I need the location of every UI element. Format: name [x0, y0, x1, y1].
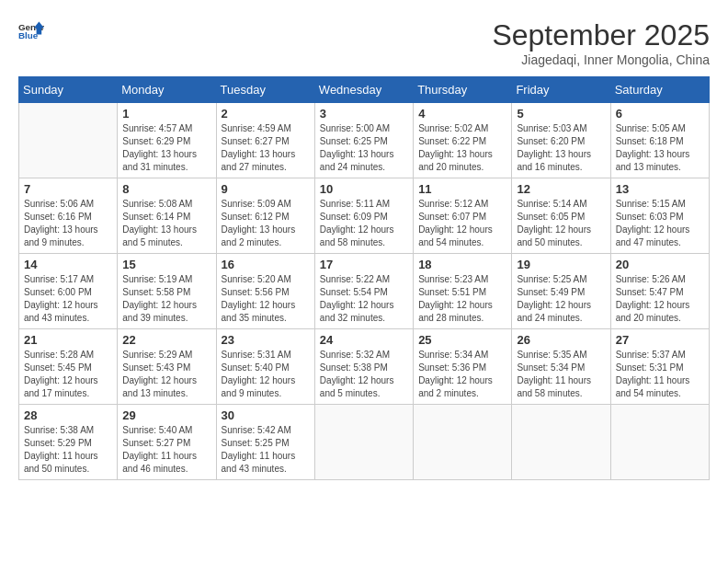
day-number: 4	[418, 107, 506, 121]
day-info: Sunrise: 5:25 AMSunset: 5:49 PMDaylight:…	[517, 273, 605, 325]
day-info: Sunrise: 5:35 AMSunset: 5:34 PMDaylight:…	[517, 349, 605, 400]
calendar-cell	[610, 405, 709, 480]
calendar-cell: 2Sunrise: 4:59 AMSunset: 6:27 PMDaylight…	[216, 103, 314, 178]
calendar-cell: 6Sunrise: 5:05 AMSunset: 6:18 PMDaylight…	[610, 103, 709, 178]
day-number: 8	[122, 182, 210, 196]
day-info: Sunrise: 5:32 AMSunset: 5:38 PMDaylight:…	[320, 349, 408, 400]
day-number: 15	[122, 258, 210, 271]
calendar-cell: 9Sunrise: 5:09 AMSunset: 6:12 PMDaylight…	[216, 178, 314, 254]
day-number: 16	[222, 258, 310, 271]
day-info: Sunrise: 5:05 AMSunset: 6:18 PMDaylight:…	[616, 122, 704, 174]
calendar-cell: 25Sunrise: 5:34 AMSunset: 5:36 PMDayligh…	[414, 329, 512, 405]
day-number: 24	[320, 333, 408, 347]
calendar-week-row: 28Sunrise: 5:38 AMSunset: 5:29 PMDayligh…	[19, 405, 710, 480]
day-number: 20	[616, 258, 704, 271]
day-info: Sunrise: 4:57 AMSunset: 6:29 PMDaylight:…	[122, 122, 210, 174]
day-info: Sunrise: 5:19 AMSunset: 5:58 PMDaylight:…	[122, 273, 210, 325]
day-number: 6	[616, 107, 704, 121]
header-sunday: Sunday	[19, 77, 118, 103]
day-info: Sunrise: 5:14 AMSunset: 6:05 PMDaylight:…	[517, 198, 605, 249]
header-wednesday: Wednesday	[314, 77, 413, 103]
calendar-week-row: 1Sunrise: 4:57 AMSunset: 6:29 PMDaylight…	[19, 103, 710, 178]
day-number: 19	[517, 258, 605, 271]
calendar-cell: 1Sunrise: 4:57 AMSunset: 6:29 PMDaylight…	[118, 103, 216, 178]
calendar-cell	[512, 405, 610, 480]
day-info: Sunrise: 5:00 AMSunset: 6:25 PMDaylight:…	[320, 122, 408, 174]
day-info: Sunrise: 5:29 AMSunset: 5:43 PMDaylight:…	[122, 349, 210, 400]
calendar-week-row: 21Sunrise: 5:28 AMSunset: 5:45 PMDayligh…	[19, 329, 710, 405]
calendar-cell: 28Sunrise: 5:38 AMSunset: 5:29 PMDayligh…	[19, 405, 118, 480]
header-friday: Friday	[512, 77, 610, 103]
day-number: 1	[122, 107, 210, 121]
day-info: Sunrise: 5:06 AMSunset: 6:16 PMDaylight:…	[24, 198, 112, 249]
calendar-cell: 26Sunrise: 5:35 AMSunset: 5:34 PMDayligh…	[512, 329, 610, 405]
day-info: Sunrise: 5:38 AMSunset: 5:29 PMDaylight:…	[24, 424, 112, 476]
header-tuesday: Tuesday	[216, 77, 314, 103]
calendar-table: Sunday Monday Tuesday Wednesday Thursday…	[18, 76, 710, 480]
day-number: 12	[517, 182, 605, 196]
day-info: Sunrise: 5:15 AMSunset: 6:03 PMDaylight:…	[616, 198, 704, 249]
calendar-cell: 5Sunrise: 5:03 AMSunset: 6:20 PMDaylight…	[512, 103, 610, 178]
day-number: 5	[517, 107, 605, 121]
calendar-cell: 15Sunrise: 5:19 AMSunset: 5:58 PMDayligh…	[118, 254, 216, 329]
header-saturday: Saturday	[610, 77, 709, 103]
day-number: 26	[517, 333, 605, 347]
day-info: Sunrise: 5:31 AMSunset: 5:40 PMDaylight:…	[222, 349, 310, 400]
calendar-cell: 22Sunrise: 5:29 AMSunset: 5:43 PMDayligh…	[118, 329, 216, 405]
calendar-week-row: 14Sunrise: 5:17 AMSunset: 6:00 PMDayligh…	[19, 254, 710, 329]
header-monday: Monday	[118, 77, 216, 103]
day-number: 13	[616, 182, 704, 196]
day-number: 30	[222, 408, 310, 422]
calendar-cell: 23Sunrise: 5:31 AMSunset: 5:40 PMDayligh…	[216, 329, 314, 405]
day-info: Sunrise: 5:12 AMSunset: 6:07 PMDaylight:…	[418, 198, 506, 249]
day-info: Sunrise: 5:03 AMSunset: 6:20 PMDaylight:…	[517, 122, 605, 174]
location-subtitle: Jiagedaqi, Inner Mongolia, China	[492, 52, 710, 67]
calendar-cell: 11Sunrise: 5:12 AMSunset: 6:07 PMDayligh…	[414, 178, 512, 254]
calendar-cell: 29Sunrise: 5:40 AMSunset: 5:27 PMDayligh…	[118, 405, 216, 480]
logo: General Blue General Blue	[18, 18, 44, 44]
calendar-cell: 7Sunrise: 5:06 AMSunset: 6:16 PMDaylight…	[19, 178, 118, 254]
day-number: 10	[320, 182, 408, 196]
day-info: Sunrise: 5:17 AMSunset: 6:00 PMDaylight:…	[24, 273, 112, 325]
day-info: Sunrise: 5:23 AMSunset: 5:51 PMDaylight:…	[418, 273, 506, 325]
day-number: 7	[24, 182, 112, 196]
day-number: 21	[24, 333, 112, 347]
calendar-cell: 4Sunrise: 5:02 AMSunset: 6:22 PMDaylight…	[414, 103, 512, 178]
calendar-cell	[19, 103, 118, 178]
day-number: 11	[418, 182, 506, 196]
calendar-cell: 10Sunrise: 5:11 AMSunset: 6:09 PMDayligh…	[314, 178, 413, 254]
logo-icon: General Blue	[18, 18, 44, 44]
day-number: 14	[24, 258, 112, 271]
calendar-cell: 13Sunrise: 5:15 AMSunset: 6:03 PMDayligh…	[610, 178, 709, 254]
day-number: 3	[320, 107, 408, 121]
svg-text:Blue: Blue	[18, 30, 39, 40]
calendar-cell: 18Sunrise: 5:23 AMSunset: 5:51 PMDayligh…	[414, 254, 512, 329]
header-thursday: Thursday	[414, 77, 512, 103]
calendar-cell: 3Sunrise: 5:00 AMSunset: 6:25 PMDaylight…	[314, 103, 413, 178]
day-info: Sunrise: 4:59 AMSunset: 6:27 PMDaylight:…	[222, 122, 310, 174]
calendar-cell: 8Sunrise: 5:08 AMSunset: 6:14 PMDaylight…	[118, 178, 216, 254]
day-info: Sunrise: 5:37 AMSunset: 5:31 PMDaylight:…	[616, 349, 704, 400]
weekday-header-row: Sunday Monday Tuesday Wednesday Thursday…	[19, 77, 710, 103]
day-info: Sunrise: 5:42 AMSunset: 5:25 PMDaylight:…	[222, 424, 310, 476]
page-header: General Blue General Blue September 2025…	[18, 18, 710, 67]
calendar-cell: 14Sunrise: 5:17 AMSunset: 6:00 PMDayligh…	[19, 254, 118, 329]
calendar-cell: 21Sunrise: 5:28 AMSunset: 5:45 PMDayligh…	[19, 329, 118, 405]
day-number: 25	[418, 333, 506, 347]
day-info: Sunrise: 5:20 AMSunset: 5:56 PMDaylight:…	[222, 273, 310, 325]
calendar-cell: 17Sunrise: 5:22 AMSunset: 5:54 PMDayligh…	[314, 254, 413, 329]
day-number: 29	[122, 408, 210, 422]
day-number: 28	[24, 408, 112, 422]
calendar-cell: 20Sunrise: 5:26 AMSunset: 5:47 PMDayligh…	[610, 254, 709, 329]
day-number: 9	[222, 182, 310, 196]
day-info: Sunrise: 5:28 AMSunset: 5:45 PMDaylight:…	[24, 349, 112, 400]
day-number: 2	[222, 107, 310, 121]
day-info: Sunrise: 5:11 AMSunset: 6:09 PMDaylight:…	[320, 198, 408, 249]
calendar-week-row: 7Sunrise: 5:06 AMSunset: 6:16 PMDaylight…	[19, 178, 710, 254]
calendar-cell: 24Sunrise: 5:32 AMSunset: 5:38 PMDayligh…	[314, 329, 413, 405]
calendar-cell: 16Sunrise: 5:20 AMSunset: 5:56 PMDayligh…	[216, 254, 314, 329]
day-info: Sunrise: 5:40 AMSunset: 5:27 PMDaylight:…	[122, 424, 210, 476]
day-info: Sunrise: 5:09 AMSunset: 6:12 PMDaylight:…	[222, 198, 310, 249]
day-info: Sunrise: 5:34 AMSunset: 5:36 PMDaylight:…	[418, 349, 506, 400]
day-info: Sunrise: 5:02 AMSunset: 6:22 PMDaylight:…	[418, 122, 506, 174]
